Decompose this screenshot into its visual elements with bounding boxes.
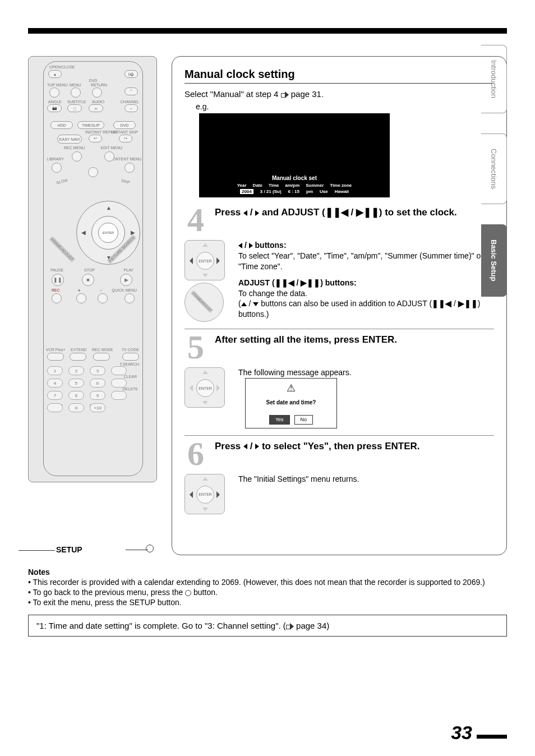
- channel-label: CHANNEL: [121, 100, 139, 104]
- openclose-button: ▲: [48, 70, 62, 78]
- tsearch-button: [111, 366, 127, 375]
- notes-section: Notes This recorder is provided with a c…: [28, 568, 507, 607]
- audio-button: ∞: [89, 104, 103, 112]
- panel-intro: Select "Manual" at step 4 page 31.: [185, 89, 494, 99]
- tvcode-label: TV CODE: [122, 348, 139, 352]
- col-summer: Summer: [306, 183, 324, 188]
- step-4-number: 4: [185, 206, 207, 233]
- osd-title: Manual clock set: [199, 175, 390, 181]
- confirm-dialog: ⚠ Set date and time? Yes No: [245, 378, 337, 428]
- step-5: 5 After setting all the items, press ENT…: [185, 334, 494, 361]
- subtitle-button: ⎕: [67, 104, 82, 112]
- editmenu-label: EDIT MENU: [101, 146, 122, 150]
- note-3: To exit the menu, press the SETUP button…: [28, 598, 507, 607]
- adjust-buttons-note: ( / buttons can also be used in addition…: [238, 298, 494, 320]
- step-4-heading: Press / and ADJUST (❚❚◀ / ▶❚❚) to set th…: [215, 206, 457, 219]
- skip-label: SKIP: [121, 178, 130, 185]
- power-button: I/⏻: [124, 70, 138, 78]
- circle-icon: [185, 590, 191, 596]
- key-plus10: +10: [90, 403, 105, 412]
- recmenu-button: [72, 151, 82, 162]
- header-bar: [28, 28, 507, 34]
- tvcode-button: [122, 353, 139, 361]
- osd-screenshot: Manual clock set Year Date Time am/pm Su…: [199, 113, 390, 197]
- numeric-keypad: 1 2 3 4 5 6 7 8: [47, 366, 127, 416]
- topmenu-button: [49, 87, 59, 98]
- extend-label: EXTEND: [71, 348, 86, 352]
- recmode-button: [93, 353, 110, 361]
- step-5-body: The following message appears.: [238, 367, 352, 378]
- menu-button: [71, 87, 81, 98]
- extend-button: [70, 353, 86, 361]
- contentmenu-label: CONTENT MENU: [110, 157, 141, 161]
- right-arrow-icon: [281, 91, 289, 98]
- contentmenu-button: [124, 163, 135, 173]
- key-1: 1: [47, 366, 63, 375]
- navigation-dpad: ENTER ◀ ▶ ▲ ▼: [76, 201, 140, 265]
- col-year: Year: [237, 183, 247, 188]
- val-summer: Use: [320, 189, 328, 194]
- val-year: 2004: [240, 189, 253, 194]
- key-7: 7: [47, 391, 63, 400]
- library-button: [52, 163, 62, 173]
- frameadjust-label: FRAME/ADJUST: [49, 236, 75, 262]
- note-2: To go back to the previous menu, press t…: [28, 588, 507, 597]
- setup-callout-line-right: [126, 550, 148, 550]
- step-6-number: 6: [185, 440, 207, 467]
- lr-buttons-body: To select "Year", "Date", "Time", "am/pm…: [238, 251, 494, 272]
- panel-title: Manual clock setting: [185, 68, 494, 84]
- enter-icon: ENTER: [196, 486, 214, 504]
- notes-heading: Notes: [28, 568, 507, 577]
- rec-label: REC: [52, 288, 60, 292]
- angle-label: ANGLE: [48, 100, 62, 104]
- openclose-label: OPEN/CLOSE: [49, 65, 75, 69]
- val-tz: Hawaii: [335, 189, 349, 194]
- slow-label: SLOW: [56, 178, 68, 185]
- key-0: 0: [68, 403, 84, 412]
- dvd-button: DVD: [113, 121, 136, 129]
- quickmenu-circ: [88, 167, 98, 177]
- remote-illustration: OPEN/CLOSE ▲ I/⏻ DVD TOP MENU MENU RETUR…: [28, 56, 157, 482]
- adjust-buttons-head: ADJUST (❚❚◀ / ▶❚❚) buttons:: [238, 278, 494, 288]
- key-9: 9: [90, 391, 105, 400]
- step-5-heading: After setting all the items, press ENTER…: [215, 334, 397, 346]
- key-5: 5: [68, 379, 84, 388]
- step-5-number: 5: [185, 334, 207, 361]
- enter-icon: ENTER: [196, 379, 214, 397]
- menu-label: MENU: [70, 83, 81, 87]
- eg-label: e.g.: [196, 102, 494, 111]
- footer-box: "1: Time and date setting" is complete. …: [28, 615, 507, 637]
- audio-label: AUDIO: [92, 100, 104, 104]
- vcrplus-label: VCR Plus+: [46, 348, 65, 352]
- step-4: 4 Press / and ADJUST (❚❚◀ / ▶❚❚) to set …: [185, 206, 494, 233]
- play-button: ▶: [120, 274, 132, 286]
- right-arrow-icon: [286, 623, 294, 630]
- delete-button: [111, 391, 127, 400]
- side-tabs: Introduction Connections Basic Setup: [481, 45, 507, 690]
- recmode-label: REC MODE: [92, 348, 113, 352]
- library-label: LIBRARY: [47, 157, 64, 161]
- val-time: 6 : 15: [288, 189, 299, 194]
- enter-button: ENTER: [98, 223, 118, 243]
- quickmenu-button: [124, 293, 135, 303]
- left-arrow-icon: [243, 210, 247, 216]
- lr-buttons-head: / buttons:: [238, 240, 494, 251]
- dpad-icon: ENTER: [185, 240, 225, 280]
- page-number: 33: [451, 722, 507, 744]
- instantskip-button: ↪: [119, 135, 132, 142]
- key-8: 8: [68, 391, 84, 400]
- instantskip-label: INSTANT SKIP: [112, 130, 138, 134]
- channel-down-button: ⌄: [124, 104, 138, 112]
- return-button: [92, 87, 102, 98]
- instruction-panel: Manual clock setting Select "Manual" at …: [172, 56, 507, 555]
- timeslip-button: TIMESLIP: [77, 121, 104, 129]
- key-3: 3: [90, 366, 105, 375]
- pause-label: PAUSE: [50, 268, 63, 272]
- dpad-icon: ENTER: [185, 474, 225, 514]
- angle-button: 📷: [47, 104, 62, 112]
- circle-icon: [146, 545, 154, 552]
- tab-introduction: Introduction: [481, 45, 507, 113]
- enter-icon: ENTER: [196, 252, 214, 270]
- channel-up-button: ⌃: [124, 87, 138, 95]
- setup-button: [47, 403, 63, 412]
